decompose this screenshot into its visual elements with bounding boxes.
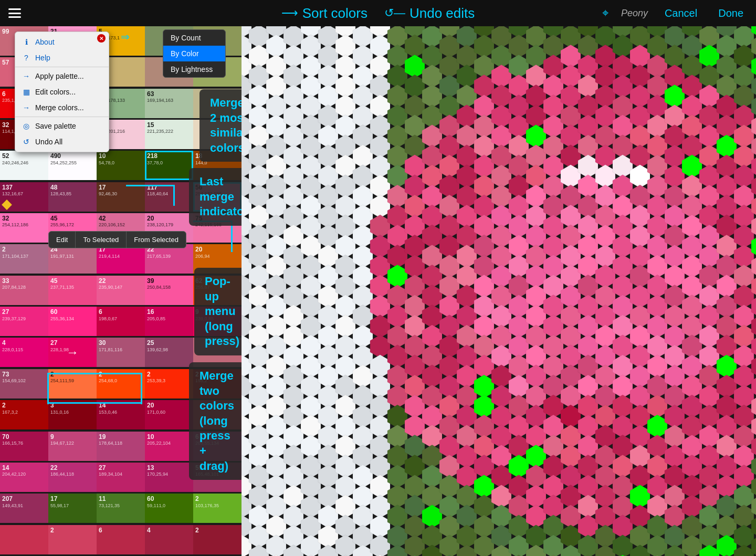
- color-cell[interactable]: 490254,252,255: [48, 151, 97, 180]
- color-cell[interactable]: 6059,111,0: [145, 494, 193, 523]
- save-palette-icon: ◎: [22, 122, 31, 130]
- color-cell[interactable]: 2254,68,0: [97, 369, 145, 398]
- color-cell[interactable]: 22217,65,139: [145, 244, 193, 274]
- color-rgb: 242,115,168: [195, 222, 239, 228]
- color-rgb: 103,176,35: [195, 503, 239, 509]
- color-count: 17: [99, 184, 143, 191]
- color-cell[interactable]: [193, 120, 242, 149]
- undo-edits-action[interactable]: ↺— Undo edits: [384, 5, 475, 22]
- color-cell[interactable]: 4228,0,115: [0, 338, 48, 367]
- color-cell[interactable]: 45237,71,135: [48, 276, 97, 305]
- color-cell[interactable]: 6205,55,134: [193, 432, 242, 461]
- color-cell[interactable]: 2171,104,137: [0, 244, 48, 274]
- color-count: 20: [147, 215, 191, 222]
- color-cell[interactable]: [193, 400, 242, 429]
- color-rgb: 219,4,114: [99, 254, 143, 259]
- color-rgb: 186,44,118: [50, 471, 94, 477]
- color-cell[interactable]: 6: [97, 525, 145, 554]
- sort-by-count[interactable]: By Count: [163, 30, 225, 46]
- color-cell[interactable]: 62255,67: [193, 276, 242, 305]
- color-cell[interactable]: 75242,115,168: [193, 213, 242, 243]
- color-cell[interactable]: 55165,48,101: [193, 463, 242, 492]
- color-cell[interactable]: 2253,39,3: [145, 369, 193, 398]
- color-count: 20: [147, 402, 191, 409]
- color-cell[interactable]: 9239,0,85: [193, 307, 242, 336]
- color-cell[interactable]: [0, 525, 48, 554]
- color-cell[interactable]: 3131,0,16: [48, 400, 97, 429]
- color-cell[interactable]: 63169,194,163: [145, 89, 193, 118]
- menu-icon[interactable]: [8, 8, 21, 18]
- color-cell[interactable]: 2198,2: [193, 369, 242, 398]
- color-cell[interactable]: 24191,97,131: [48, 244, 97, 274]
- color-cell[interactable]: 25139,62,98: [145, 338, 193, 367]
- sort-by-lightness[interactable]: By Lightness: [163, 61, 225, 77]
- color-cell[interactable]: 207149,43,91: [0, 494, 48, 523]
- dropdown-help[interactable]: ? Help: [15, 50, 109, 66]
- color-count: 2: [2, 246, 46, 253]
- color-cell[interactable]: 20171,0,60: [145, 400, 193, 429]
- color-cell[interactable]: 14204,42,120: [0, 463, 48, 492]
- color-cell[interactable]: 6198,0,67: [97, 307, 145, 336]
- color-cell[interactable]: 16205,0,85: [145, 307, 193, 336]
- color-cell[interactable]: 13170,25,94: [145, 463, 193, 492]
- color-cell[interactable]: 39250,84,158: [145, 276, 193, 305]
- context-edit[interactable]: Edit: [49, 232, 76, 248]
- done-button[interactable]: Done: [714, 5, 748, 22]
- sort-by-color[interactable]: By Color: [163, 46, 225, 61]
- dropdown-apply-palette[interactable]: → Apply palette...: [15, 68, 109, 84]
- context-from-selected[interactable]: From Selected: [127, 232, 186, 248]
- color-cell[interactable]: [193, 338, 242, 367]
- color-cell[interactable]: 2167,3,2: [0, 400, 48, 429]
- color-cell[interactable]: 1173,121,35: [97, 494, 145, 523]
- color-cell[interactable]: 21837,78,0: [145, 151, 193, 180]
- color-cell[interactable]: 70166,15,76: [0, 432, 48, 461]
- color-cell[interactable]: 15221,235,222: [145, 120, 193, 149]
- color-count: 22: [99, 277, 143, 285]
- color-cell[interactable]: 19178,64,118: [97, 432, 145, 461]
- color-cell[interactable]: 2103,176,35: [193, 494, 242, 523]
- color-cell[interactable]: 1792,46,30: [97, 182, 145, 212]
- color-cell[interactable]: 27228,1,98→: [48, 338, 97, 367]
- color-cell[interactable]: 60255,36,134: [48, 307, 97, 336]
- color-cell[interactable]: [193, 89, 242, 118]
- color-cell[interactable]: 56254,132,196: [193, 182, 242, 212]
- apply-palette-icon: →: [22, 72, 31, 80]
- dropdown-save-palette[interactable]: ◎ Save palette: [15, 118, 109, 134]
- dropdown-about[interactable]: ℹ About: [15, 34, 109, 50]
- color-cell[interactable]: 17219,4,114: [97, 244, 145, 274]
- color-cell[interactable]: 73154,69,102: [0, 369, 48, 398]
- color-cell[interactable]: 2254,111,59: [48, 369, 97, 398]
- color-cell[interactable]: 48128,43,85: [48, 182, 97, 212]
- color-cell[interactable]: 1054,78,0: [97, 151, 145, 180]
- dropdown-merge-colors[interactable]: → Merge colors...: [15, 100, 109, 116]
- color-cell[interactable]: 32254,112,186: [0, 213, 48, 243]
- color-cell[interactable]: 9194,67,122: [48, 432, 97, 461]
- color-cell[interactable]: 27239,37,129: [0, 307, 48, 336]
- context-to-selected[interactable]: To Selected: [76, 232, 127, 248]
- color-count: 60: [147, 495, 191, 502]
- color-cell[interactable]: 2: [193, 525, 242, 554]
- color-cell[interactable]: 10205,22,104: [145, 432, 193, 461]
- color-rgb: 165,48,101: [195, 471, 239, 477]
- color-cell[interactable]: 137132,16,67: [0, 182, 48, 212]
- color-count: 45: [50, 277, 94, 285]
- color-cell[interactable]: 1755,98,17: [48, 494, 97, 523]
- color-cell[interactable]: 22186,44,118: [48, 463, 97, 492]
- dropdown-undo-all[interactable]: ↺ Undo All: [15, 134, 109, 150]
- color-cell[interactable]: 30171,81,116: [97, 338, 145, 367]
- color-cell[interactable]: 117118,40,64: [145, 182, 193, 212]
- color-cell[interactable]: 22235,90,147: [97, 276, 145, 305]
- color-cell[interactable]: 52240,246,246: [0, 151, 48, 180]
- color-cell[interactable]: 4: [145, 525, 193, 554]
- color-cell[interactable]: 18144,0: [193, 151, 242, 180]
- color-count: 4: [2, 339, 46, 347]
- color-cell[interactable]: 27189,34,104: [97, 463, 145, 492]
- cancel-button[interactable]: Cancel: [660, 5, 701, 22]
- dropdown-edit-colors[interactable]: ▦ Edit colors...: [15, 84, 109, 100]
- color-cell[interactable]: 20206,94: [193, 244, 242, 274]
- color-cell[interactable]: 2: [48, 525, 97, 554]
- sort-colors-action[interactable]: ⟶ Sort colors: [281, 5, 368, 22]
- dropdown-close-button[interactable]: ✕: [97, 34, 106, 43]
- color-cell[interactable]: 33207,84,128: [0, 276, 48, 305]
- color-cell[interactable]: 14153,0,46: [97, 400, 145, 429]
